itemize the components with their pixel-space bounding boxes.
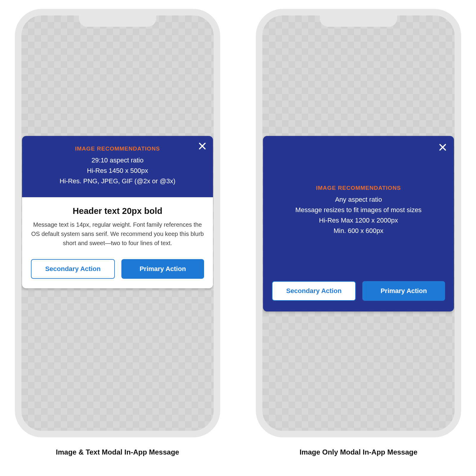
secondary-action-button[interactable]: Secondary Action: [272, 281, 356, 301]
modal-body: Header text 20px bold Message text is 14…: [22, 197, 213, 251]
hero-title: IMAGE RECOMMENDATIONS: [272, 185, 445, 191]
phone-frame: IMAGE RECOMMENDATIONS 29:10 aspect ratio…: [15, 9, 220, 437]
modal-hero: IMAGE RECOMMENDATIONS 29:10 aspect ratio…: [22, 136, 213, 197]
hero-line: Hi-Res 1450 x 500px: [28, 165, 207, 176]
modal-header-text: Header text 20px bold: [30, 206, 205, 216]
modal-image-only: IMAGE RECOMMENDATIONS Any aspect ratio M…: [263, 136, 454, 311]
primary-action-button[interactable]: Primary Action: [362, 281, 445, 301]
hero-line: Hi-Res. PNG, JPEG, GIF (@2x or @3x): [28, 176, 207, 186]
phone-notch: [320, 15, 397, 27]
phone-frame: IMAGE RECOMMENDATIONS Any aspect ratio M…: [256, 9, 461, 437]
button-row: Secondary Action Primary Action: [263, 273, 454, 303]
modal-hero: IMAGE RECOMMENDATIONS Any aspect ratio M…: [263, 136, 454, 273]
phone-mock-left: IMAGE RECOMMENDATIONS 29:10 aspect ratio…: [15, 9, 220, 467]
hero-line: 29:10 aspect ratio: [28, 155, 207, 165]
hero-title: IMAGE RECOMMENDATIONS: [28, 145, 207, 152]
phone-caption: Image & Text Modal In-App Message: [56, 448, 179, 456]
secondary-action-button[interactable]: Secondary Action: [31, 259, 115, 279]
phone-mock-right: IMAGE RECOMMENDATIONS Any aspect ratio M…: [256, 9, 461, 467]
hero-line: Message resizes to fit images of most si…: [272, 205, 445, 215]
button-row: Secondary Action Primary Action: [22, 251, 213, 288]
phone-notch: [79, 15, 156, 27]
hero-line: Hi-Res Max 1200 x 2000px: [272, 215, 445, 226]
close-icon: [198, 142, 206, 150]
close-button[interactable]: [197, 141, 208, 151]
hero-line: Any aspect ratio: [272, 194, 445, 205]
primary-action-button[interactable]: Primary Action: [121, 259, 204, 279]
modal-image-text: IMAGE RECOMMENDATIONS 29:10 aspect ratio…: [22, 136, 213, 288]
phone-caption: Image Only Modal In-App Message: [300, 448, 417, 456]
hero-line: Min. 600 x 600px: [272, 226, 445, 236]
modal-message-text: Message text is 14px, regular weight. Fo…: [30, 220, 205, 248]
